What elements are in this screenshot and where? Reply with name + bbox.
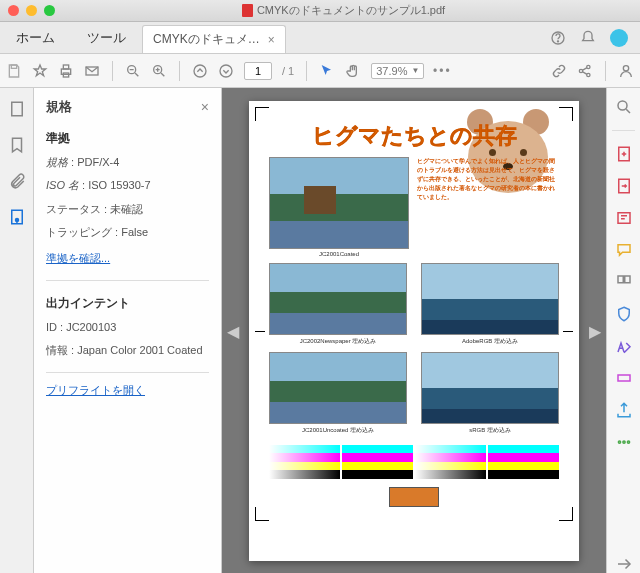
svg-rect-15 <box>11 102 22 116</box>
search-icon[interactable] <box>615 98 633 116</box>
close-panel-icon[interactable]: × <box>201 99 209 115</box>
svg-point-19 <box>618 101 627 110</box>
pdf-page: ヒグマたちとの共存 JC2001Coated ヒグマについて学んでよく知れば、人… <box>249 101 579 561</box>
image-2 <box>269 263 407 335</box>
caption-4: JC2001Uncoated 埋め込み <box>269 426 407 435</box>
page-up-icon[interactable] <box>192 63 208 79</box>
more-icon[interactable]: ••• <box>434 63 450 79</box>
image-4 <box>269 352 407 424</box>
tab-tools[interactable]: ツール <box>71 22 142 53</box>
page-total: / 1 <box>282 65 294 77</box>
caption-5: sRGB 埋め込み <box>421 426 559 435</box>
comment-icon[interactable] <box>615 241 633 259</box>
pdf-icon <box>242 4 253 17</box>
help-icon[interactable] <box>550 30 566 46</box>
svg-rect-24 <box>624 276 629 283</box>
document-area[interactable]: ◀ ▶ ヒグマたちとの共存 JC2001Coated ヒグマについて学んでよく知… <box>222 88 606 573</box>
svg-point-9 <box>194 65 206 77</box>
tab-home[interactable]: ホーム <box>0 22 71 53</box>
check-compliance-link[interactable]: 準拠を確認... <box>46 251 110 266</box>
avatar[interactable] <box>610 29 628 47</box>
standards-panel: 規格× 準拠 規格 : PDF/X-4 ISO 名 : ISO 15930-7 … <box>34 88 222 573</box>
zoom-select[interactable]: 37.9%▼ <box>371 63 424 79</box>
hand-tool-icon[interactable] <box>345 63 361 79</box>
star-icon[interactable] <box>32 63 48 79</box>
caption-3: AdobeRGB 埋め込み <box>421 337 559 346</box>
window-titlebar: CMYKのドキュメントのサンプル1.pdf <box>0 0 640 22</box>
minimize-window-button[interactable] <box>26 5 37 16</box>
iso-row: ISO 名 : ISO 15930-7 <box>46 178 209 193</box>
create-pdf-icon[interactable] <box>615 145 633 163</box>
bell-icon[interactable] <box>580 30 596 46</box>
select-tool-icon[interactable] <box>319 63 335 79</box>
svg-point-28 <box>627 441 629 443</box>
crop-mark <box>563 331 573 345</box>
image-3 <box>421 263 559 335</box>
section-output-intent: 出力インテント <box>46 295 209 312</box>
collapse-rail-icon[interactable] <box>615 555 633 573</box>
color-swatch <box>389 487 439 507</box>
svg-rect-25 <box>618 375 630 381</box>
svg-point-26 <box>618 441 620 443</box>
zoom-window-button[interactable] <box>44 5 55 16</box>
page-down-icon[interactable] <box>218 63 234 79</box>
section-compliance: 準拠 <box>46 130 209 147</box>
zoom-in-icon[interactable] <box>151 63 167 79</box>
svg-rect-4 <box>63 65 68 69</box>
crop-mark <box>255 331 265 345</box>
svg-point-10 <box>220 65 232 77</box>
svg-rect-2 <box>11 65 16 68</box>
toolbar: / 1 37.9%▼ ••• <box>0 54 640 88</box>
page-input[interactable] <box>244 62 272 80</box>
user-icon[interactable] <box>618 63 634 79</box>
open-preflight-link[interactable]: プリフライトを開く <box>46 383 145 398</box>
crop-mark <box>559 107 573 121</box>
bookmark-icon[interactable] <box>8 136 26 154</box>
save-icon[interactable] <box>6 63 22 79</box>
trapping-row: トラッピング : False <box>46 225 209 240</box>
svg-rect-23 <box>618 276 623 283</box>
close-window-button[interactable] <box>8 5 19 16</box>
organize-icon[interactable] <box>615 273 633 291</box>
caption-2: JC2002Newspaper 埋め込み <box>269 337 407 346</box>
mail-icon[interactable] <box>84 63 100 79</box>
left-rail: i <box>0 88 34 573</box>
crop-mark <box>255 107 269 121</box>
id-row: ID : JC200103 <box>46 320 209 335</box>
svg-point-14 <box>623 65 628 70</box>
page-heading: ヒグマたちとの共存 <box>269 121 559 151</box>
color-test-bars <box>269 445 559 479</box>
caption-1: JC2001Coated <box>269 251 409 257</box>
edit-pdf-icon[interactable] <box>615 209 633 227</box>
zoom-out-icon[interactable] <box>125 63 141 79</box>
upload-icon[interactable] <box>615 401 633 419</box>
status-row: ステータス : 未確認 <box>46 202 209 217</box>
thumbnails-icon[interactable] <box>8 100 26 118</box>
info-row: 情報 : Japan Color 2001 Coated <box>46 343 209 358</box>
image-5 <box>421 352 559 424</box>
svg-point-27 <box>622 441 624 443</box>
link-icon[interactable] <box>551 63 567 79</box>
next-page-icon[interactable]: ▶ <box>586 322 604 340</box>
close-tab-icon[interactable]: × <box>268 33 275 47</box>
body-text: ヒグマについて学んでよく知れば、人とヒグマの間のトラブルを避ける方法は見出せて、… <box>417 157 559 257</box>
export-pdf-icon[interactable] <box>615 177 633 195</box>
standards-icon[interactable]: i <box>8 208 26 226</box>
protect-icon[interactable] <box>615 305 633 323</box>
tab-document[interactable]: CMYKのドキュメ…× <box>142 25 286 53</box>
tab-bar: ホーム ツール CMYKのドキュメ…× <box>0 22 640 54</box>
attachment-icon[interactable] <box>8 172 26 190</box>
redact-icon[interactable] <box>615 369 633 387</box>
right-rail <box>606 88 640 573</box>
window-title: CMYKのドキュメントのサンプル1.pdf <box>257 3 445 18</box>
crop-mark <box>255 507 269 521</box>
image-main <box>269 157 409 249</box>
svg-point-1 <box>557 40 558 41</box>
prev-page-icon[interactable]: ◀ <box>224 322 242 340</box>
sign-icon[interactable] <box>615 337 633 355</box>
panel-title: 規格 <box>46 98 72 116</box>
print-icon[interactable] <box>58 63 74 79</box>
more-tools-icon[interactable] <box>615 433 633 451</box>
crop-mark <box>559 507 573 521</box>
share-icon[interactable] <box>577 63 593 79</box>
